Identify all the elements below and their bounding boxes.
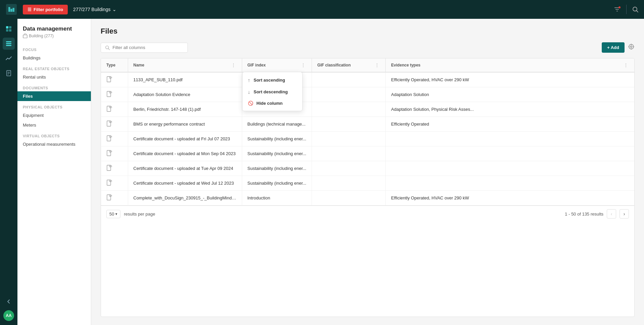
- settings-button[interactable]: [628, 43, 635, 52]
- column-dropdown-menu: ↑ Sort ascending ↓ Sort descending 🚫 Hid…: [242, 72, 303, 111]
- cell-gif-classification: [312, 191, 386, 205]
- filter-portfolio-button[interactable]: ☰ Filter portfolio: [23, 5, 68, 14]
- cell-name: Adaptation Solution Evidence: [128, 87, 242, 102]
- table-row: Complete_with_DocuSign_230915_-_Building…: [101, 191, 634, 205]
- file-icon: [106, 180, 112, 186]
- cell-gif-index: Sustainability (including ener...: [242, 161, 312, 176]
- col-type: Type: [101, 58, 128, 72]
- col-gif-classification-label: GIF classification: [317, 63, 351, 67]
- col-gif-classification: GIF classification ⋮: [312, 58, 386, 72]
- filter-icon-button[interactable]: [613, 6, 621, 13]
- file-icon: [106, 76, 112, 82]
- nav-collapse[interactable]: [3, 295, 15, 308]
- main-layout: AA Data management Building (277) Focus …: [0, 19, 644, 325]
- nav-data-management[interactable]: [3, 38, 15, 50]
- sort-descending-item[interactable]: ↓ Sort descending: [243, 86, 302, 98]
- cell-name: BMS or energy performance contract: [128, 117, 242, 132]
- per-page-selector[interactable]: 50 ▾: [106, 210, 120, 218]
- cell-evidence-types: Adaptation Solution, Physical Risk Asses…: [386, 102, 634, 117]
- table-row: Certificate document - uploaded at Wed J…: [101, 176, 634, 191]
- cell-type: [101, 191, 128, 205]
- per-page-value: 50: [109, 212, 114, 217]
- svg-rect-28: [107, 91, 111, 97]
- svg-rect-13: [6, 45, 11, 46]
- icon-bar-bottom: AA: [3, 295, 15, 321]
- nav-divider: [626, 5, 627, 14]
- svg-point-22: [631, 46, 632, 48]
- col-gif-classification-menu-button[interactable]: ⋮: [374, 62, 380, 68]
- file-icon: [106, 194, 112, 200]
- top-navigation: ☰ Filter portfolio 277/277 Buildings ⌄: [0, 0, 644, 19]
- sidebar-section-real-estate: Real estate objects: [17, 63, 91, 72]
- sidebar-subtitle: Building (277): [17, 34, 91, 44]
- cell-name: Certificate document - uploaded at Fri J…: [128, 132, 242, 146]
- svg-rect-29: [107, 106, 111, 111]
- sidebar-item-meters[interactable]: Meters: [17, 120, 91, 130]
- table-row: 1133_APE_SUB_110.pdf Efficiently Operate…: [101, 72, 634, 87]
- svg-rect-27: [107, 77, 111, 82]
- sidebar-item-buildings[interactable]: Buildings: [17, 53, 91, 63]
- search-icon: [105, 45, 110, 50]
- hide-column-item[interactable]: 🚫 Hide column: [243, 98, 302, 109]
- cell-type: [101, 146, 128, 161]
- results-per-page-label: results per page: [124, 212, 155, 217]
- sidebar-section-focus: Focus: [17, 44, 91, 53]
- col-gif-index-label: GIF index: [248, 63, 266, 67]
- sort-ascending-item[interactable]: ↑ Sort ascending: [243, 74, 302, 86]
- search-button[interactable]: [632, 6, 639, 13]
- svg-rect-10: [9, 29, 11, 32]
- cell-gif-index: Sustainability (including ener...: [242, 132, 312, 146]
- filter-input[interactable]: [112, 45, 183, 50]
- prev-page-button[interactable]: ‹: [607, 209, 616, 219]
- sidebar-item-equipment[interactable]: Equipment: [17, 110, 91, 120]
- cell-type: [101, 72, 128, 87]
- filter-icon: ☰: [28, 7, 32, 12]
- col-gif-index: GIF index ⋮ ↑ Sort ascending ↓: [242, 58, 312, 72]
- col-gif-index-menu-button[interactable]: ⋮: [300, 62, 306, 68]
- user-avatar[interactable]: AA: [3, 310, 14, 321]
- col-evidence-types-menu-button[interactable]: ⋮: [623, 62, 629, 68]
- sidebar-section-documents: Documents: [17, 82, 91, 91]
- cell-name: Berlin, Friedrichstr. 147-148 (1).pdf: [128, 102, 242, 117]
- table-row: Berlin, Friedrichstr. 147-148 (1).pdf In…: [101, 102, 634, 117]
- file-icon: [106, 91, 112, 97]
- col-name-menu-button[interactable]: ⋮: [230, 62, 236, 68]
- sidebar-item-files[interactable]: Files: [17, 91, 91, 101]
- cell-gif-classification: [312, 87, 386, 102]
- file-icon: [106, 150, 112, 156]
- svg-line-6: [637, 11, 638, 12]
- nav-dashboard[interactable]: [3, 23, 15, 35]
- sort-desc-icon: ↓: [248, 89, 251, 95]
- cell-evidence-types: Efficiently Operated: [386, 117, 634, 132]
- cell-name: Complete_with_DocuSign_230915_-_Building…: [128, 191, 242, 205]
- nav-analytics[interactable]: [3, 52, 15, 64]
- add-button[interactable]: + Add: [602, 42, 625, 53]
- col-evidence-types: Evidence types ⋮: [386, 58, 634, 72]
- table-row: Certificate document - uploaded at Tue A…: [101, 161, 634, 176]
- svg-rect-33: [107, 165, 111, 171]
- content-area: Files + Add: [91, 19, 644, 325]
- sidebar-item-operational-measurements[interactable]: Operational measurements: [17, 139, 91, 149]
- cell-evidence-types: [386, 132, 634, 146]
- sort-asc-label: Sort ascending: [254, 78, 285, 83]
- buildings-selector[interactable]: 277/277 Buildings ⌄: [73, 7, 116, 12]
- col-type-label: Type: [106, 63, 115, 67]
- sidebar-item-rental-units[interactable]: Rental units: [17, 72, 91, 82]
- search-box[interactable]: [101, 43, 188, 53]
- table-row: Certificate document - uploaded at Mon S…: [101, 146, 634, 161]
- svg-line-20: [108, 48, 110, 50]
- svg-rect-30: [107, 121, 111, 126]
- next-page-button[interactable]: ›: [620, 209, 629, 219]
- file-icon: [106, 135, 112, 141]
- cell-gif-classification: [312, 117, 386, 132]
- chevron-down-icon: ⌄: [112, 7, 116, 12]
- col-name: Name ⋮: [128, 58, 242, 72]
- svg-rect-18: [23, 35, 27, 38]
- topnav-right-actions: [613, 5, 639, 14]
- svg-rect-32: [107, 150, 111, 156]
- table-row: Certificate document - uploaded at Fri J…: [101, 132, 634, 146]
- cell-name: 1133_APE_SUB_110.pdf: [128, 72, 242, 87]
- nav-reports[interactable]: [3, 67, 15, 79]
- cell-type: [101, 87, 128, 102]
- cell-type: [101, 132, 128, 146]
